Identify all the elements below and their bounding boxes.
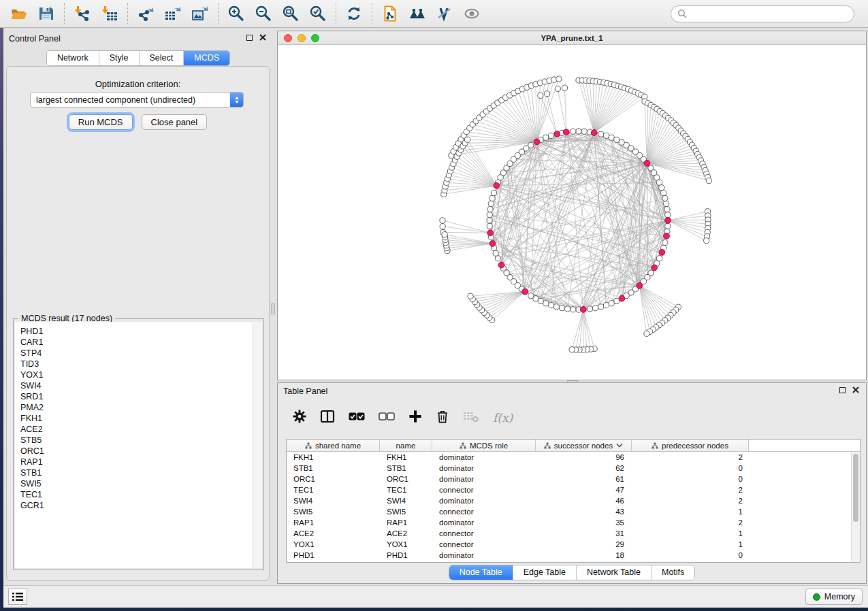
vertical-splitter-handle[interactable] (271, 303, 275, 314)
select-all-checkboxes-button[interactable] (349, 412, 365, 424)
mcds-result-item[interactable]: ACE2 (15, 424, 253, 435)
save-session-button[interactable] (33, 2, 60, 25)
table-row[interactable]: RAP1RAP1dominator352 (287, 517, 860, 528)
zoom-out-button[interactable] (250, 2, 277, 25)
close-panel-icon[interactable] (259, 34, 266, 41)
tab-motifs[interactable]: Motifs (651, 565, 694, 580)
deselect-all-checkboxes-button[interactable] (379, 412, 395, 424)
mcds-result-item[interactable]: PMA2 (15, 402, 253, 413)
mcds-result-item[interactable]: STP4 (15, 348, 253, 359)
apply-layout-button[interactable] (340, 2, 368, 25)
mcds-result-item[interactable]: SRD1 (15, 391, 253, 402)
table-row[interactable]: SWI4SWI4dominator462 (287, 495, 860, 506)
float-panel-icon[interactable] (839, 387, 846, 393)
mcds-result-item[interactable]: RAP1 (15, 457, 253, 467)
mcds-result-item[interactable]: SWI5 (15, 478, 253, 489)
table-cell: 1 (632, 539, 743, 550)
mcds-result-item[interactable]: CAR1 (15, 337, 253, 348)
mcds-result-item[interactable]: FKH1 (15, 413, 253, 424)
float-panel-icon[interactable] (246, 35, 253, 41)
import-table-button[interactable] (96, 2, 123, 25)
column-header-successor-nodes[interactable]: successor nodes (536, 440, 632, 451)
close-panel-button[interactable]: Close panel (142, 114, 208, 130)
task-history-button[interactable] (8, 589, 27, 605)
zoom-in-button[interactable] (223, 2, 250, 25)
show-hide-details-button[interactable] (458, 2, 485, 25)
table-row[interactable]: ACE2ACE2connector311 (287, 528, 860, 539)
tab-select[interactable]: Select (139, 51, 184, 65)
search-network-button[interactable] (404, 2, 431, 25)
column-label: successor nodes (554, 442, 613, 450)
tab-style[interactable]: Style (99, 51, 139, 65)
table-cell: 96 (536, 452, 624, 463)
mcds-result-list[interactable]: PHD1CAR1STP4TID3YOX1SWI4SRD1PMA2FKH1ACE2… (15, 322, 253, 568)
table-cell: SWI4 (293, 495, 312, 506)
table-row[interactable]: PHD1PHD1dominator180 (287, 550, 860, 561)
network-window: YPA_prune.txt_1 (277, 31, 867, 380)
criterion-select[interactable]: largest connected component (undirected) (30, 92, 244, 108)
column-label: MCDS role (470, 442, 508, 450)
table-cell: dominator (439, 550, 474, 561)
memory-button[interactable]: Memory (805, 589, 863, 605)
table-row[interactable]: TEC1TEC1connector472 (287, 484, 860, 495)
window-minimize-icon[interactable] (298, 34, 306, 42)
mcds-result-group: MCDS result (17 nodes) PHD1CAR1STP4TID3Y… (13, 318, 264, 570)
column-header-MCDS-role[interactable]: MCDS role (432, 440, 536, 451)
zoom-selected-button[interactable] (304, 2, 332, 25)
export-network-button[interactable] (132, 2, 159, 25)
open-file-button[interactable] (5, 2, 33, 25)
network-window-title: YPA_prune.txt_1 (541, 34, 602, 42)
memory-label: Memory (824, 592, 855, 601)
column-header-predecessor-nodes[interactable]: predecessor nodes (632, 440, 749, 451)
mcds-result-item[interactable]: GCR1 (15, 500, 253, 511)
table-cell: 18 (536, 550, 624, 561)
export-image-button[interactable] (187, 2, 214, 25)
window-close-icon[interactable] (284, 34, 292, 42)
tab-edge-table[interactable]: Edge Table (513, 565, 576, 580)
tab-mcds[interactable]: MCDS (183, 51, 229, 65)
function-builder-button-disabled: f(x) (493, 411, 513, 425)
delete-column-button[interactable] (436, 410, 449, 426)
network-window-titlebar[interactable]: YPA_prune.txt_1 (278, 31, 866, 45)
column-header-name[interactable]: name (380, 440, 432, 451)
graphics-details-button[interactable] (431, 2, 458, 25)
mcds-result-item[interactable]: TEC1 (15, 489, 253, 500)
list-icon (12, 592, 23, 601)
search-input[interactable] (671, 5, 854, 22)
mcds-result-item[interactable]: STB1 (15, 467, 253, 478)
close-panel-icon[interactable] (852, 386, 859, 393)
network-graph[interactable] (278, 45, 866, 380)
table-scroll-thumb[interactable] (853, 454, 858, 522)
import-network-button[interactable] (69, 2, 96, 25)
add-column-button[interactable] (408, 410, 422, 426)
table-row[interactable]: STB1STB1dominator620 (287, 463, 860, 474)
mcds-result-item[interactable]: PHD1 (15, 326, 253, 337)
window-zoom-icon[interactable] (311, 34, 319, 42)
select-stepper-icon (230, 93, 243, 107)
mcds-result-item[interactable]: STB5 (15, 435, 253, 446)
tab-network-table[interactable]: Network Table (576, 565, 651, 580)
table-row[interactable]: YOX1YOX1connector291 (287, 539, 860, 550)
column-header-shared-name[interactable]: shared name (287, 440, 380, 451)
mcds-list-scrollbar[interactable] (253, 322, 262, 568)
table-row[interactable]: FKH1FKH1dominator962 (287, 452, 860, 463)
search-icon (677, 9, 688, 19)
run-mcds-button[interactable]: Run MCDS (69, 114, 133, 130)
table-settings-button[interactable] (293, 410, 306, 426)
split-columns-button[interactable] (320, 410, 335, 426)
export-image-icon (191, 5, 209, 22)
network-from-document-button[interactable] (376, 2, 404, 25)
network-canvas[interactable] (278, 45, 866, 380)
mcds-result-item[interactable]: YOX1 (15, 369, 253, 380)
tab-node-table[interactable]: Node Table (449, 565, 513, 580)
table-row[interactable]: SWI5SWI5connector431 (287, 506, 860, 517)
mcds-result-item[interactable]: TID3 (15, 359, 253, 369)
table-scrollbar[interactable] (851, 452, 860, 562)
tab-network[interactable]: Network (47, 51, 99, 65)
column-label: shared name (315, 442, 361, 450)
export-table-button[interactable] (159, 2, 187, 25)
table-row[interactable]: ORC1ORC1dominator610 (287, 474, 860, 484)
mcds-result-item[interactable]: SWI4 (15, 380, 253, 391)
zoom-fit-button[interactable] (277, 2, 304, 25)
mcds-result-item[interactable]: ORC1 (15, 446, 253, 457)
